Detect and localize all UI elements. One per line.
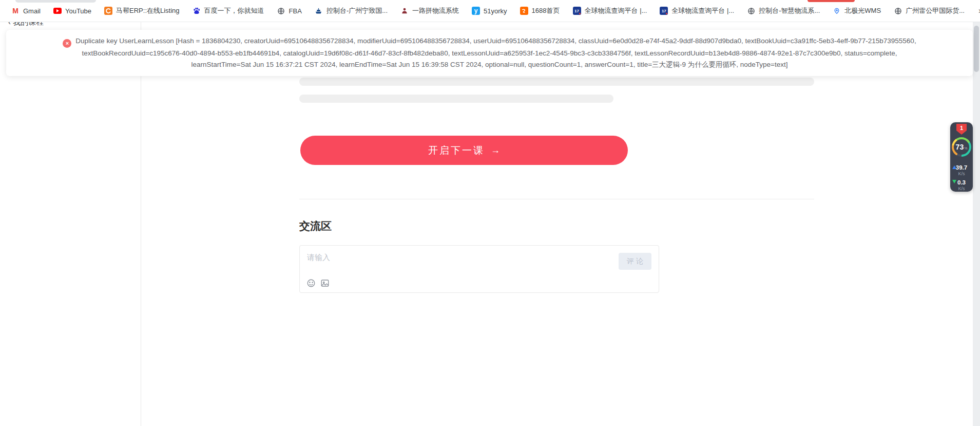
bookmark-console-smart-logistics[interactable]: 控制台-智慧物流系... [744, 5, 823, 17]
error-message: Duplicate key UserLearnLesson [Hash = 18… [75, 37, 916, 68]
bookmark-label: 1688首页 [532, 6, 560, 15]
browser-red-tab-remnant [808, 0, 855, 2]
scrollbar-thumb[interactable] [974, 26, 979, 72]
bookmark-17track-1[interactable]: 17 全球物流查询平台 |... [570, 5, 650, 17]
globe-icon [277, 7, 285, 15]
score-gauge: 73 % [952, 137, 971, 157]
bookmark-youtube[interactable]: YouTube [50, 5, 94, 16]
person-icon [400, 7, 409, 15]
arrow-right-icon: → [491, 145, 500, 156]
comment-box: 评 论 [299, 245, 659, 293]
gmail-icon: M [11, 7, 20, 15]
bookmark-17track-2[interactable]: 17 全球物流查询平台 |... [657, 5, 737, 17]
emoji-icon[interactable] [306, 279, 316, 288]
bookmark-label: YouTube [65, 7, 91, 15]
bookmark-yilupin[interactable]: 一路拼物流系统 [397, 5, 462, 17]
download-speed: 0.3 K/s [950, 178, 973, 191]
ship-icon [315, 7, 323, 15]
error-toast-text: ×Duplicate key UserLearnLesson [Hash = 1… [53, 35, 926, 70]
bookmark-baidu[interactable]: 百度一下，你就知道 [189, 5, 267, 17]
error-circle-icon: × [63, 39, 71, 48]
download-speed-value: 0.3 [957, 179, 966, 186]
bookmark-label: 广州雷公甲国际货... [906, 6, 965, 15]
skeleton-loading-bar [299, 95, 613, 103]
bookmark-gmail[interactable]: M Gmail [8, 5, 44, 16]
youtube-icon [53, 8, 62, 14]
mabang-erp-icon [104, 7, 112, 15]
bookmark-console-ningzhi[interactable]: 控制台-广州宁致国... [312, 5, 391, 17]
bookmark-label: 控制台-智慧物流系... [759, 6, 820, 15]
bookmark-label: 控制台-广州宁致国... [326, 6, 388, 15]
51yorky-icon: y [472, 7, 480, 15]
17track-icon: 17 [660, 7, 668, 15]
bookmark-label: 马帮ERP::在线Listing [116, 6, 180, 15]
bookmark-leigongjia[interactable]: 广州雷公甲国际货... [891, 5, 968, 17]
network-monitor-widget[interactable]: 1 73 % 39.7 K/s 0.3 K/s [950, 122, 973, 192]
bookmark-label: 全球物流查询平台 |... [671, 6, 734, 15]
bookmarks-bar: M Gmail YouTube 马帮ERP::在线Listing 百度一下，你就… [0, 0, 980, 22]
globe-icon [747, 7, 755, 15]
map-pin-icon [833, 7, 841, 15]
upload-speed-unit: K/s [950, 172, 973, 176]
scrollbar-track[interactable] [973, 22, 980, 426]
bookmark-label: FBA [289, 7, 302, 15]
score-unit: % [964, 146, 967, 150]
download-speed-unit: K/s [950, 187, 973, 191]
upload-speed-value: 39.7 [956, 164, 967, 171]
17track-icon: 17 [573, 7, 581, 15]
bookmark-label: 全球物流查询平台 |... [585, 6, 647, 15]
sidebar-divider [141, 22, 141, 426]
bookmarks-overflow-chevron[interactable]: » [974, 6, 980, 15]
bookmark-label: 一路拼物流系统 [412, 6, 459, 15]
bookmark-beijiguang-wms[interactable]: 北极光WMS [830, 5, 884, 17]
bookmark-fba[interactable]: FBA [274, 5, 305, 16]
bookmark-51yorky[interactable]: y 51yorky [469, 5, 510, 16]
next-lesson-label: 开启下一课 [428, 144, 485, 157]
bookmark-1688[interactable]: 1688首页 [517, 5, 563, 17]
score-value: 73 [956, 143, 964, 151]
comment-submit-button[interactable]: 评 论 [619, 253, 651, 270]
browser-tab-remnant [15, 0, 96, 3]
discussion-section-title: 交流区 [299, 219, 332, 233]
baidu-paw-icon [193, 7, 201, 15]
error-toast: ×Duplicate key UserLearnLesson [Hash = 1… [6, 30, 973, 76]
comment-input[interactable] [307, 251, 502, 263]
bookmark-label: 51yorky [484, 7, 507, 15]
bookmark-label: Gmail [23, 7, 41, 15]
skeleton-loading-bar [299, 78, 814, 86]
globe-icon [894, 7, 902, 15]
bookmark-label: 北极光WMS [844, 6, 881, 15]
bookmark-label: 百度一下，你就知道 [204, 6, 264, 15]
content-divider [299, 199, 814, 199]
1688-icon [520, 7, 528, 15]
upload-speed: 39.7 K/s [950, 163, 973, 176]
bookmark-mabang-erp[interactable]: 马帮ERP::在线Listing [101, 5, 183, 17]
next-lesson-button[interactable]: 开启下一课 → [300, 136, 628, 165]
shield-alert-badge: 1 [956, 124, 967, 135]
image-upload-icon[interactable] [320, 279, 330, 288]
